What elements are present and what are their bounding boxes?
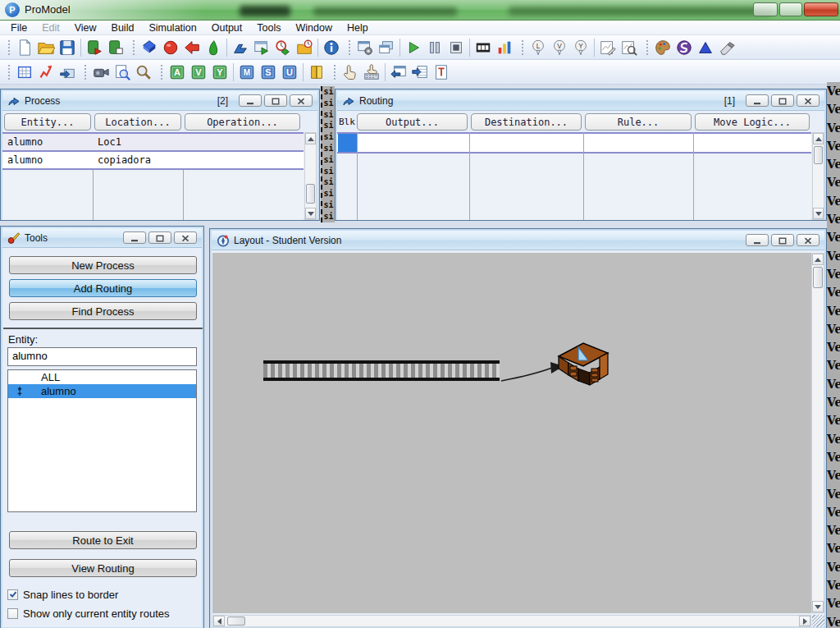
entity-list-item-alumno[interactable]: alumno xyxy=(8,384,196,398)
import-folder-icon[interactable] xyxy=(57,62,78,83)
box-m-icon[interactable]: M xyxy=(236,62,258,83)
process-vertical-scrollbar[interactable] xyxy=(304,132,317,220)
scroll-up-button[interactable] xyxy=(305,133,316,144)
entity-cell[interactable]: alumno xyxy=(7,136,43,148)
menu-window[interactable]: Window xyxy=(288,21,339,34)
scroll-down-button[interactable] xyxy=(305,208,316,219)
app-titlebar[interactable]: P ProModel xyxy=(0,0,840,21)
entities-icon[interactable] xyxy=(160,37,181,58)
scroll-thumb[interactable] xyxy=(306,184,315,204)
tools-minimize-button[interactable] xyxy=(123,231,146,244)
layout-close-button[interactable] xyxy=(797,234,819,246)
toolbar-grip[interactable] xyxy=(347,39,351,57)
routing-vertical-scrollbar[interactable] xyxy=(812,132,824,220)
stats-icon[interactable] xyxy=(494,37,515,58)
add-routing-button[interactable]: Add Routing xyxy=(9,279,197,297)
entity-list-item-all[interactable]: ALL xyxy=(8,370,196,384)
layout-vertical-scrollbar[interactable] xyxy=(811,253,824,613)
entity-list[interactable]: ALLalumno xyxy=(7,369,197,512)
doc-t-icon[interactable] xyxy=(431,62,452,83)
box-u-icon[interactable]: U xyxy=(279,62,300,83)
show-current-routes-checkbox[interactable] xyxy=(7,608,18,619)
toolbar-grip[interactable] xyxy=(520,39,524,57)
resources-icon[interactable] xyxy=(203,37,224,58)
routing-window-titlebar[interactable]: Routing [1] xyxy=(337,91,824,111)
eraser-icon[interactable] xyxy=(716,37,737,58)
open-folder-icon[interactable] xyxy=(35,37,57,58)
app-minimize-button[interactable] xyxy=(753,2,778,16)
destination-column-button[interactable]: Destination... xyxy=(471,113,582,131)
process-minimize-button[interactable] xyxy=(239,94,262,107)
scroll-up-button[interactable] xyxy=(813,133,824,144)
new-doc-icon[interactable] xyxy=(14,37,35,58)
menu-build[interactable]: Build xyxy=(104,21,142,34)
box-a-icon[interactable]: A xyxy=(167,62,188,83)
tools-maximize-button[interactable] xyxy=(148,231,171,244)
toolbar-grip[interactable] xyxy=(645,39,649,57)
layout-window-titlebar[interactable]: Layout - Student Version xyxy=(212,231,824,250)
scroll-right-button[interactable] xyxy=(799,616,810,626)
process-table[interactable]: alumnoLoc1alumnocopiadora xyxy=(2,132,304,220)
scroll-thumb[interactable] xyxy=(813,267,823,288)
menu-view[interactable]: View xyxy=(67,21,104,34)
stop-icon[interactable] xyxy=(445,37,467,58)
arrivals-icon[interactable] xyxy=(251,37,272,58)
blk-selected-cell[interactable] xyxy=(338,134,357,152)
scroll-down-button[interactable] xyxy=(813,208,824,219)
cascade-icon[interactable] xyxy=(376,37,397,58)
menu-help[interactable]: Help xyxy=(340,21,376,34)
camera-icon[interactable] xyxy=(90,62,112,83)
menu-file[interactable]: File xyxy=(3,21,34,34)
location-cell[interactable]: copiadora xyxy=(98,154,151,166)
menu-tools[interactable]: Tools xyxy=(249,21,288,34)
scroll-thumb[interactable] xyxy=(814,146,823,164)
new-process-button[interactable]: New Process xyxy=(9,256,197,274)
process-table-row[interactable]: alumnoLoc1 xyxy=(2,134,304,150)
process-maximize-button[interactable] xyxy=(264,94,287,107)
box-v-icon[interactable]: V xyxy=(188,62,209,83)
animation-icon[interactable] xyxy=(472,37,494,58)
find-process-button[interactable]: Find Process xyxy=(9,302,197,320)
process-window-titlebar[interactable]: Process [2] xyxy=(2,91,317,111)
copier-desk-graphic[interactable] xyxy=(557,339,609,387)
routing-table[interactable] xyxy=(337,132,811,220)
location-column-button[interactable]: Location... xyxy=(94,113,181,131)
balloon-v-icon[interactable]: V xyxy=(549,37,570,58)
entity-cell[interactable]: alumno xyxy=(7,154,43,166)
locations-icon[interactable] xyxy=(139,37,160,58)
toolbar-grip[interactable] xyxy=(7,39,11,57)
entity-column-button[interactable]: Entity... xyxy=(4,113,91,131)
chart-edit-icon[interactable] xyxy=(597,37,619,58)
routing-close-button[interactable] xyxy=(797,94,819,107)
process-close-button[interactable] xyxy=(290,94,313,107)
play-icon[interactable] xyxy=(403,37,424,58)
palette-icon[interactable] xyxy=(652,37,673,58)
snap-lines-checkbox[interactable] xyxy=(7,589,18,600)
info-icon[interactable] xyxy=(321,37,342,58)
menu-output[interactable]: Output xyxy=(204,21,250,34)
hand-keyboard-icon[interactable] xyxy=(361,62,382,83)
balloon-l-icon[interactable]: L xyxy=(527,37,549,58)
merge-model-icon[interactable] xyxy=(105,37,126,58)
time-folder-icon[interactable] xyxy=(294,37,315,58)
layout-maximize-button[interactable] xyxy=(771,234,794,246)
tools-window-titlebar[interactable]: Tools xyxy=(2,228,202,248)
scroll-left-button[interactable] xyxy=(213,616,225,626)
conveyor-path-graphic[interactable] xyxy=(263,360,500,381)
triangle-tool-icon[interactable] xyxy=(695,37,716,58)
rule-column-button[interactable]: Rule... xyxy=(585,113,692,131)
scroll-thumb[interactable] xyxy=(227,617,245,626)
layout-canvas[interactable] xyxy=(212,253,811,613)
win-arrow-left-icon[interactable] xyxy=(388,62,409,83)
output-column-button[interactable]: Output... xyxy=(357,113,468,131)
layout-minimize-button[interactable] xyxy=(746,234,769,246)
magnifier-icon[interactable] xyxy=(133,62,154,83)
path-networks-icon[interactable] xyxy=(181,37,203,58)
win-arrow-in-icon[interactable] xyxy=(409,62,431,83)
menu-simulation[interactable]: Simulation xyxy=(141,21,203,34)
pause-icon[interactable] xyxy=(424,37,445,58)
entity-input[interactable]: alumno xyxy=(7,347,197,366)
sim-options-icon[interactable] xyxy=(354,37,376,58)
toolbar-grip[interactable] xyxy=(7,63,11,81)
route-to-exit-button[interactable]: Route to Exit xyxy=(9,531,197,549)
